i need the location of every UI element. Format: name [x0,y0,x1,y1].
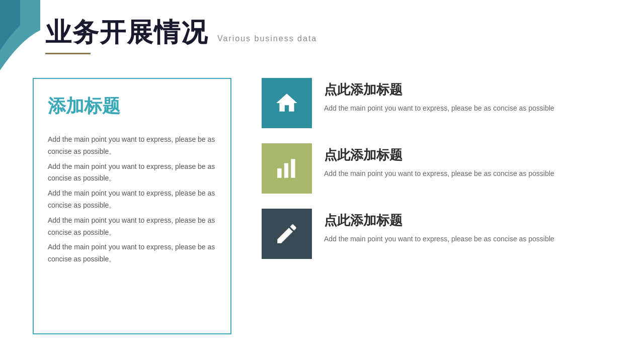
header: 业务开展情况 Various business data [45,15,317,50]
feature-title-chart: 点此添加标题 [324,146,624,164]
feature-text-home: 点此添加标题Add the main point you want to exp… [324,78,624,114]
feature-desc-chart: Add the main point you want to express, … [324,168,624,179]
feature-icon-chart [262,143,312,194]
feature-text-chart: 点此添加标题Add the main point you want to exp… [324,143,624,179]
feature-title-home: 点此添加标题 [324,81,624,99]
feature-text-edit: 点此添加标题Add the main point you want to exp… [324,209,624,244]
feature-desc-edit: Add the main point you want to express, … [324,233,624,244]
page-title-en: Various business data [217,34,317,43]
left-box-paragraph: Add the main point you want to express, … [48,188,216,212]
feature-item-chart: 点此添加标题Add the main point you want to exp… [262,143,624,194]
feature-desc-home: Add the main point you want to express, … [324,103,624,114]
features-section: 点此添加标题Add the main point you want to exp… [262,78,624,259]
left-box-body: Add the main point you want to express, … [48,134,216,265]
feature-title-edit: 点此添加标题 [324,212,624,229]
svg-rect-2 [291,159,295,178]
left-box-paragraph: Add the main point you want to express, … [48,241,216,265]
feature-icon-edit [262,209,312,259]
feature-icon-home [262,78,312,128]
feature-item-home: 点此添加标题Add the main point you want to exp… [262,78,624,128]
left-box-paragraph: Add the main point you want to express, … [48,134,216,158]
page-title-cn: 业务开展情况 [45,15,208,50]
feature-item-edit: 点此添加标题Add the main point you want to exp… [262,209,624,259]
left-content-box: 添加标题 Add the main point you want to expr… [33,78,231,334]
svg-rect-1 [284,163,288,178]
header-underline [45,53,91,54]
left-box-paragraph: Add the main point you want to express, … [48,215,216,239]
svg-rect-0 [277,168,281,178]
corner-decoration [0,0,40,70]
left-box-title: 添加标题 [48,94,216,119]
left-box-paragraph: Add the main point you want to express, … [48,161,216,185]
